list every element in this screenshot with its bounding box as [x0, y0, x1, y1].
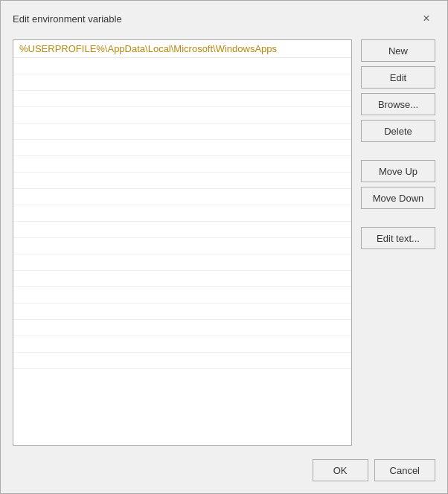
list-item[interactable] — [13, 320, 351, 336]
separator-1 — [361, 147, 435, 155]
edit-button[interactable]: Edit — [361, 66, 435, 89]
list-item[interactable] — [13, 107, 351, 124]
list-item[interactable] — [13, 91, 351, 107]
list-item[interactable] — [13, 124, 351, 140]
close-button[interactable]: × — [417, 10, 435, 28]
title-bar: Edit environment variable × — [1, 1, 447, 33]
list-item[interactable] — [13, 58, 351, 74]
list-item[interactable] — [13, 336, 351, 353]
list-item[interactable] — [13, 271, 351, 287]
list-item[interactable] — [13, 238, 351, 254]
delete-button[interactable]: Delete — [361, 120, 435, 142]
browse-button[interactable]: Browse... — [361, 93, 435, 115]
content-area: %USERPROFILE%\AppData\Local\Microsoft\Wi… — [1, 33, 447, 452]
dialog: Edit environment variable × %USERPROFILE… — [0, 0, 448, 494]
list-item[interactable] — [13, 353, 351, 369]
cancel-button[interactable]: Cancel — [374, 459, 435, 481]
separator-2 — [361, 214, 435, 222]
list-item[interactable] — [13, 156, 351, 173]
move-up-button[interactable]: Move Up — [361, 160, 435, 182]
button-panel: New Edit Browse... Delete Move Up Move D… — [361, 39, 435, 446]
list-item[interactable] — [13, 304, 351, 320]
list-item[interactable] — [13, 205, 351, 222]
env-var-list[interactable]: %USERPROFILE%\AppData\Local\Microsoft\Wi… — [13, 39, 352, 446]
list-item[interactable] — [13, 254, 351, 271]
new-button[interactable]: New — [361, 39, 435, 62]
dialog-title: Edit environment variable — [13, 13, 122, 25]
move-down-button[interactable]: Move Down — [361, 187, 435, 209]
list-item[interactable] — [13, 173, 351, 189]
list-item[interactable] — [13, 287, 351, 304]
list-item[interactable] — [13, 189, 351, 205]
list-item[interactable]: %USERPROFILE%\AppData\Local\Microsoft\Wi… — [13, 40, 351, 58]
list-item[interactable] — [13, 74, 351, 91]
list-item[interactable] — [13, 222, 351, 238]
edit-text-button[interactable]: Edit text... — [361, 227, 435, 249]
footer: OK Cancel — [1, 452, 447, 493]
list-item[interactable] — [13, 140, 351, 156]
ok-button[interactable]: OK — [313, 459, 368, 481]
